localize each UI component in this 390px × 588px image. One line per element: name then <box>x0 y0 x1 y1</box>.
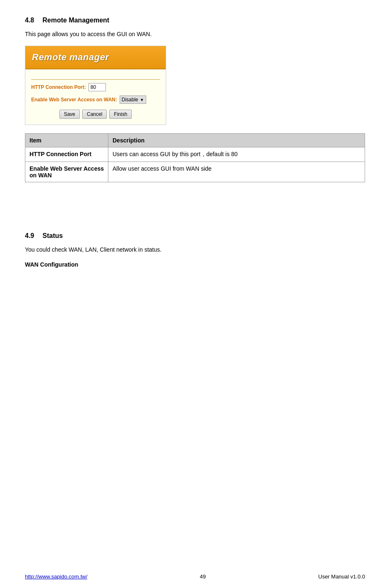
footer-version: User Manual v1.0.0 <box>318 573 365 580</box>
enable-wan-select[interactable]: Disable ▼ <box>120 96 146 104</box>
description-table: Item Description HTTP Connection PortUse… <box>25 133 365 182</box>
table-row: Enable Web Server Access on WANAllow use… <box>25 162 365 182</box>
button-row: Save Cancel Finish <box>31 108 160 119</box>
enable-wan-value: Disable <box>122 97 138 103</box>
footer-page-number: 49 <box>200 573 206 580</box>
select-arrow-icon: ▼ <box>140 98 144 102</box>
section-49: 4.9 Status You could check WAN, LAN, Cli… <box>25 232 365 268</box>
section-49-description: You could check WAN, LAN, Client network… <box>25 246 365 253</box>
section-49-title: Status <box>42 232 63 240</box>
http-port-row: HTTP Connection Port: <box>31 83 160 91</box>
save-button[interactable]: Save <box>59 110 80 119</box>
table-item-cell: Enable Web Server Access on WAN <box>25 162 108 182</box>
http-port-label: HTTP Connection Port: <box>31 84 86 90</box>
enable-wan-row: Enable Web Server Access on WAN: Disable… <box>31 96 160 104</box>
col-item-header: Item <box>25 134 108 147</box>
cancel-button[interactable]: Cancel <box>82 110 107 119</box>
footer-url[interactable]: http://www.sapido.com.tw/ <box>25 573 87 580</box>
ui-box-header-title: Remote manager <box>32 52 109 62</box>
page-footer: http://www.sapido.com.tw/ 49 User Manual… <box>0 573 390 580</box>
section-49-number: 4.9 <box>25 232 34 240</box>
finish-button[interactable]: Finish <box>109 110 132 119</box>
spacer-1 <box>25 199 365 216</box>
divider-top <box>31 79 160 80</box>
http-port-input[interactable] <box>88 83 106 91</box>
col-description-header: Description <box>108 134 365 147</box>
spacer-2 <box>25 216 365 232</box>
table-item-cell: HTTP Connection Port <box>25 147 108 162</box>
section-48-number: 4.8 <box>25 17 34 24</box>
section-48-title: Remote Management <box>42 17 109 24</box>
ui-box-header: Remote manager <box>25 46 166 69</box>
enable-wan-label: Enable Web Server Access on WAN: <box>31 97 117 103</box>
ui-box-body: HTTP Connection Port: Enable Web Server … <box>25 69 166 125</box>
remote-manager-ui-box: Remote manager HTTP Connection Port: Ena… <box>25 46 166 125</box>
section-48: 4.8 Remote Management This page allows y… <box>25 17 365 182</box>
wan-config-label: WAN Configuration <box>25 261 365 268</box>
table-description-cell: Allow user access GUI from WAN side <box>108 162 365 182</box>
table-description-cell: Users can access GUI by this port，defaul… <box>108 147 365 162</box>
section-48-description: This page allows you to access the GUI o… <box>25 31 365 37</box>
table-row: HTTP Connection PortUsers can access GUI… <box>25 147 365 162</box>
